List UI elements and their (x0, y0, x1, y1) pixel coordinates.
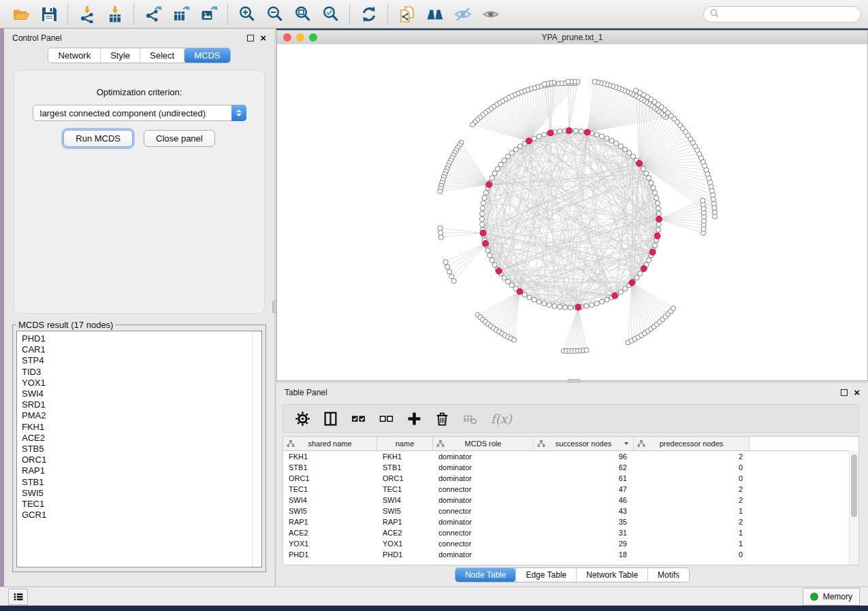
mcds-result-item[interactable]: SWI4 (22, 389, 252, 399)
mcds-result-item[interactable]: PHD1 (22, 333, 252, 344)
zoom-in-button[interactable] (233, 2, 261, 27)
network-window-titlebar[interactable]: YPA_prune.txt_1 (277, 31, 867, 45)
network-hub-node[interactable] (612, 293, 618, 299)
network-node[interactable] (485, 248, 490, 252)
mcds-result-item[interactable]: SRD1 (22, 399, 252, 410)
network-node[interactable] (479, 216, 484, 221)
mcds-result-item[interactable]: PMA2 (22, 410, 252, 421)
node-table-row[interactable]: FKH1FKH1dominator962 (283, 451, 858, 462)
minimize-window-icon[interactable] (296, 33, 304, 42)
float-window-icon[interactable] (841, 389, 848, 396)
network-node[interactable] (656, 222, 661, 227)
tab-style[interactable]: Style (100, 48, 140, 63)
zoom-fit-button[interactable] (289, 2, 317, 27)
zoom-out-button[interactable] (261, 2, 289, 27)
node-table-row[interactable]: SWI5SWI5connector431 (283, 506, 858, 516)
show-eye-button[interactable] (477, 2, 504, 27)
network-hub-node[interactable] (526, 138, 532, 144)
network-node[interactable] (542, 301, 547, 306)
network-node[interactable] (638, 271, 643, 276)
network-node[interactable] (492, 263, 497, 267)
tab-motifs[interactable]: Motifs (647, 568, 689, 582)
network-leaf-node[interactable] (470, 122, 475, 127)
network-node[interactable] (481, 201, 486, 205)
copy-network-button[interactable] (393, 2, 421, 27)
scrollbar-thumb[interactable] (851, 455, 857, 517)
network-leaf-node[interactable] (542, 82, 547, 86)
mcds-result-list[interactable]: PHD1CAR1STP4TID3YOX1SWI4SRD1PMA2FKH1ACE2… (16, 331, 262, 567)
node-table-row[interactable]: ORC1ORC1dominator610 (283, 473, 858, 484)
network-node[interactable] (483, 191, 488, 195)
close-window-icon[interactable] (283, 33, 291, 42)
network-node[interactable] (656, 212, 661, 216)
network-node[interactable] (509, 283, 514, 288)
network-leaf-node[interactable] (438, 226, 443, 231)
mcds-result-item[interactable]: CAR1 (22, 344, 252, 355)
network-node[interactable] (568, 305, 573, 310)
mcds-result-item[interactable]: FKH1 (22, 422, 252, 433)
network-node[interactable] (590, 303, 594, 308)
network-hub-node[interactable] (656, 216, 662, 222)
network-hub-node[interactable] (584, 129, 590, 135)
network-node[interactable] (492, 171, 497, 176)
network-hub-node[interactable] (641, 265, 647, 271)
network-hub-node[interactable] (517, 288, 523, 295)
network-node[interactable] (605, 136, 609, 141)
tab-mcds[interactable]: MCDS (184, 48, 229, 63)
node-table-row[interactable]: SWI4SWI4dominator462 (283, 495, 858, 506)
network-node[interactable] (489, 258, 494, 263)
network-node[interactable] (502, 158, 507, 163)
mcds-result-item[interactable]: SWI5 (22, 488, 252, 499)
network-node[interactable] (641, 167, 645, 171)
network-leaf-node[interactable] (566, 79, 570, 84)
table-settings-gear-button[interactable] (295, 412, 310, 426)
network-leaf-node[interactable] (451, 278, 456, 283)
network-node[interactable] (594, 132, 599, 137)
network-node[interactable] (563, 305, 568, 310)
network-leaf-node[interactable] (512, 337, 517, 342)
network-node[interactable] (487, 253, 492, 258)
mcds-result-item[interactable]: TID3 (22, 367, 252, 378)
network-node[interactable] (634, 276, 639, 280)
node-table-row[interactable]: TEC1TEC1connector472 (283, 484, 858, 495)
table-scrollbar[interactable] (849, 450, 858, 565)
network-leaf-node[interactable] (634, 88, 639, 93)
network-node[interactable] (594, 301, 599, 306)
network-node[interactable] (653, 191, 658, 195)
mcds-result-item[interactable]: STB5 (22, 444, 252, 455)
network-leaf-node[interactable] (449, 274, 454, 279)
network-hub-node[interactable] (483, 240, 489, 246)
run-mcds-button[interactable]: Run MCDS (63, 130, 133, 147)
node-table-row[interactable]: PHD1PHD1dominator180 (283, 549, 858, 560)
export-table-button[interactable] (167, 2, 195, 27)
network-node[interactable] (599, 299, 604, 304)
hide-eye-button[interactable] (449, 2, 477, 27)
save-button[interactable] (35, 2, 63, 27)
mcds-result-item[interactable]: ORC1 (22, 455, 252, 465)
mcds-result-item[interactable]: RAP1 (22, 465, 252, 476)
network-hub-node[interactable] (480, 230, 486, 236)
mcds-result-item[interactable]: TEC1 (22, 499, 252, 510)
network-node[interactable] (502, 276, 507, 280)
column-header-successor-nodes[interactable]: successor nodes (534, 437, 634, 450)
tab-network[interactable]: Network (48, 48, 100, 63)
network-node[interactable] (614, 141, 619, 146)
refresh-button[interactable] (355, 2, 383, 27)
result-list-scrollbar[interactable] (252, 331, 261, 567)
network-node[interactable] (480, 222, 485, 227)
network-node[interactable] (522, 293, 527, 297)
import-table-button[interactable] (101, 2, 129, 27)
network-hub-node[interactable] (649, 249, 656, 255)
network-leaf-node[interactable] (447, 269, 451, 274)
network-node[interactable] (509, 150, 514, 155)
network-node[interactable] (599, 134, 604, 139)
network-node[interactable] (579, 129, 583, 133)
search-box[interactable] (703, 6, 861, 22)
network-node[interactable] (536, 299, 541, 304)
network-node[interactable] (605, 297, 609, 302)
network-node[interactable] (482, 195, 487, 200)
open-folder-button[interactable] (7, 2, 35, 27)
float-window-icon[interactable] (247, 35, 254, 42)
select-all-columns-button[interactable] (351, 412, 366, 426)
network-node[interactable] (630, 154, 635, 159)
